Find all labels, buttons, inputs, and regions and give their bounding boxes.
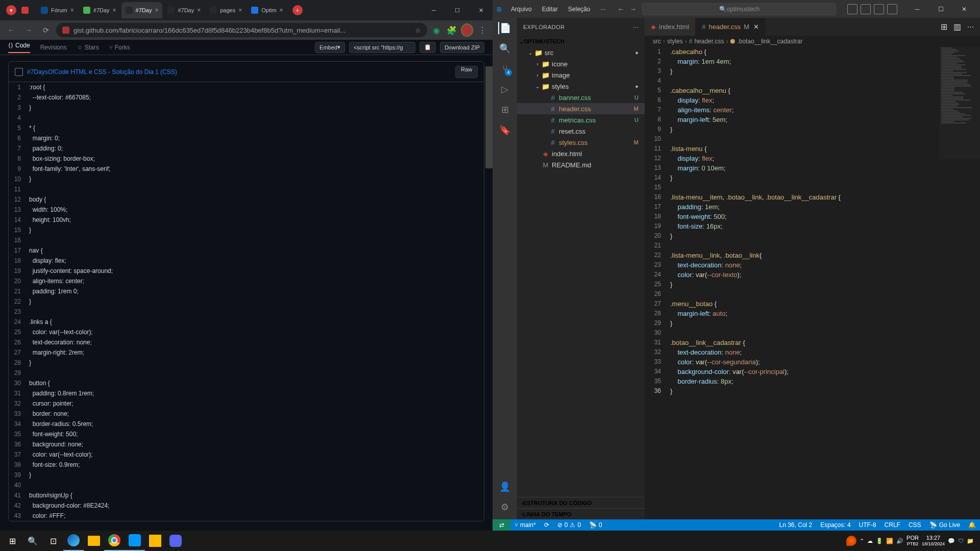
flame-tray-icon[interactable] bbox=[846, 536, 856, 546]
account-icon[interactable]: 👤 bbox=[499, 481, 511, 493]
code-tab[interactable]: ⟨⟩ Code bbox=[8, 42, 30, 53]
language-mode[interactable]: CSS bbox=[904, 521, 925, 529]
tree-file[interactable]: #banner.cssU bbox=[517, 92, 645, 103]
timeline-panel[interactable]: › LINHA DO TEMPO bbox=[517, 508, 645, 519]
onedrive-icon[interactable]: ☁ bbox=[867, 538, 873, 544]
eol[interactable]: CRLF bbox=[880, 521, 904, 529]
go-live-button[interactable]: 📡 Go Live bbox=[925, 521, 964, 529]
tree-folder[interactable]: ›📁image bbox=[517, 69, 645, 81]
source-control-icon[interactable]: ⑂4 bbox=[499, 63, 511, 75]
outline-panel[interactable]: › ESTRUTURA DO CÓDIGO bbox=[517, 497, 645, 508]
search-button[interactable]: 🔍 bbox=[22, 531, 43, 551]
close-button[interactable]: ✕ bbox=[469, 0, 493, 20]
notification-center-icon[interactable]: 💬 bbox=[948, 538, 955, 544]
cursor-position[interactable]: Ln 36, Col 2 bbox=[775, 521, 817, 529]
new-tab-button[interactable]: + bbox=[292, 5, 303, 15]
browser-tab[interactable]: Fórum× bbox=[37, 2, 78, 18]
explorer-more-icon[interactable]: ··· bbox=[633, 24, 639, 30]
tab-dropdown-icon[interactable]: ▾ bbox=[6, 5, 16, 15]
layout-icon[interactable] bbox=[887, 4, 897, 14]
nav-forward-icon[interactable]: → bbox=[630, 6, 636, 13]
settings-icon[interactable]: ⚙ bbox=[499, 501, 511, 513]
tree-file[interactable]: MREADME.md bbox=[517, 159, 645, 170]
raw-button[interactable]: Raw bbox=[455, 66, 478, 78]
tray-chevron-icon[interactable]: ⌃ bbox=[860, 538, 864, 544]
menu-item[interactable]: Editar bbox=[538, 4, 562, 15]
editor-tab[interactable]: ◈index.html bbox=[645, 18, 696, 36]
tree-file[interactable]: #metricas.cssU bbox=[517, 114, 645, 126]
browser-tab[interactable]: pages× bbox=[206, 2, 246, 18]
layout-icon[interactable] bbox=[874, 4, 884, 14]
browser-tab[interactable]: #7Day× bbox=[121, 2, 163, 18]
tree-file[interactable]: #reset.css bbox=[517, 126, 645, 137]
tree-folder[interactable]: ›📁icone bbox=[517, 58, 645, 69]
browser-scrollbar[interactable] bbox=[485, 66, 493, 168]
task-view-button[interactable]: ⊡ bbox=[43, 531, 63, 551]
command-center[interactable]: 🔍 optimustech bbox=[642, 3, 836, 15]
app-icon[interactable] bbox=[145, 531, 165, 551]
forward-button[interactable]: → bbox=[21, 23, 36, 37]
language-indicator[interactable]: PORPTB2 bbox=[906, 535, 919, 547]
forks-tab[interactable]: ⑂ Forks bbox=[109, 44, 130, 51]
back-button[interactable]: ← bbox=[4, 23, 18, 37]
tree-file[interactable]: #header.cssM bbox=[517, 103, 645, 114]
maximize-button[interactable]: ☐ bbox=[929, 0, 952, 18]
notifications-icon[interactable]: 🔔 bbox=[964, 521, 980, 529]
code-editor[interactable]: 1.cabecalho {2 margin: 1em 4em;3}45.cabe… bbox=[645, 47, 980, 519]
tree-folder[interactable]: ⌄📁src● bbox=[517, 47, 645, 58]
bookmark-icon[interactable]: ☆ bbox=[415, 27, 421, 34]
url-input[interactable]: gist.github.com/fabriciocarraro/166dc635… bbox=[56, 23, 427, 37]
maximize-button[interactable]: ☐ bbox=[446, 0, 469, 20]
profile-avatar[interactable] bbox=[461, 24, 473, 36]
more-icon[interactable]: ··· bbox=[967, 22, 974, 32]
extensions-icon[interactable]: 🧩 bbox=[446, 24, 458, 36]
compare-icon[interactable]: ⊞ bbox=[941, 22, 947, 32]
reload-button[interactable]: ⟳ bbox=[39, 23, 53, 37]
discord-icon[interactable] bbox=[165, 531, 186, 551]
minimap[interactable] bbox=[939, 47, 980, 159]
nav-back-icon[interactable]: ← bbox=[618, 6, 624, 13]
embed-dropdown[interactable]: Embed ▾ bbox=[315, 42, 345, 53]
minimize-button[interactable]: ─ bbox=[905, 0, 929, 18]
menu-item[interactable]: Seleção bbox=[564, 4, 594, 15]
stars-tab[interactable]: ☆ Stars bbox=[77, 44, 99, 51]
vscode-taskbar-icon[interactable] bbox=[125, 531, 145, 551]
browser-tab[interactable]: Optim× bbox=[247, 2, 287, 18]
clock[interactable]: 13:2718/10/2024 bbox=[922, 535, 945, 547]
layout-icon[interactable] bbox=[861, 4, 871, 14]
browser-tab[interactable]: #7Day× bbox=[163, 2, 205, 18]
sync-button[interactable]: ⟳ bbox=[540, 521, 553, 529]
tray-icon[interactable]: 📁 bbox=[967, 538, 974, 544]
close-button[interactable]: ✕ bbox=[952, 0, 976, 18]
extensions-icon[interactable]: ⊞ bbox=[499, 104, 511, 116]
explorer-icon[interactable]: 📄 bbox=[498, 22, 510, 34]
run-debug-icon[interactable]: ▷ bbox=[499, 83, 511, 95]
indentation[interactable]: Espaços: 4 bbox=[816, 521, 854, 529]
start-button[interactable]: ⊞ bbox=[2, 531, 22, 551]
search-icon[interactable]: 🔍 bbox=[499, 42, 511, 55]
project-root[interactable]: ⌄OPTIMUSTECH bbox=[517, 36, 645, 47]
embed-script-input[interactable]: <script src "https://g bbox=[349, 42, 415, 53]
chrome-icon[interactable] bbox=[104, 531, 125, 551]
encoding[interactable]: UTF-8 bbox=[855, 521, 880, 529]
remote-button[interactable]: ⇄ bbox=[493, 519, 510, 531]
site-info-icon[interactable] bbox=[62, 27, 69, 34]
edge-icon[interactable] bbox=[63, 531, 84, 551]
tree-folder[interactable]: ⌄📁styles● bbox=[517, 81, 645, 92]
bookmark-icon[interactable]: 🔖 bbox=[499, 124, 511, 136]
menu-icon[interactable]: ⋮ bbox=[476, 24, 488, 36]
editor-tab[interactable]: #header.cssM✕ bbox=[696, 18, 766, 36]
extension-icon[interactable]: ◉ bbox=[430, 24, 443, 36]
tree-file[interactable]: ◈index.html bbox=[517, 148, 645, 159]
tree-file[interactable]: #styles.cssM bbox=[517, 137, 645, 148]
file-name-link[interactable]: #7DaysOfCode HTML e CSS - Solução do Dia… bbox=[27, 68, 177, 76]
browser-tab[interactable] bbox=[17, 2, 36, 18]
wifi-icon[interactable]: 📶 bbox=[886, 538, 893, 544]
menu-item[interactable]: Arquivo bbox=[507, 4, 536, 15]
copy-button[interactable]: 📋 bbox=[420, 42, 436, 53]
branch-button[interactable]: ⑂ main* bbox=[510, 521, 540, 529]
battery-icon[interactable]: 🔋 bbox=[876, 538, 883, 544]
revisions-tab[interactable]: Revisions bbox=[40, 44, 67, 51]
breadcrumb[interactable]: src› styles› #header.css› ⬢.botao__link_… bbox=[645, 36, 980, 47]
split-icon[interactable]: ▥ bbox=[953, 22, 961, 32]
